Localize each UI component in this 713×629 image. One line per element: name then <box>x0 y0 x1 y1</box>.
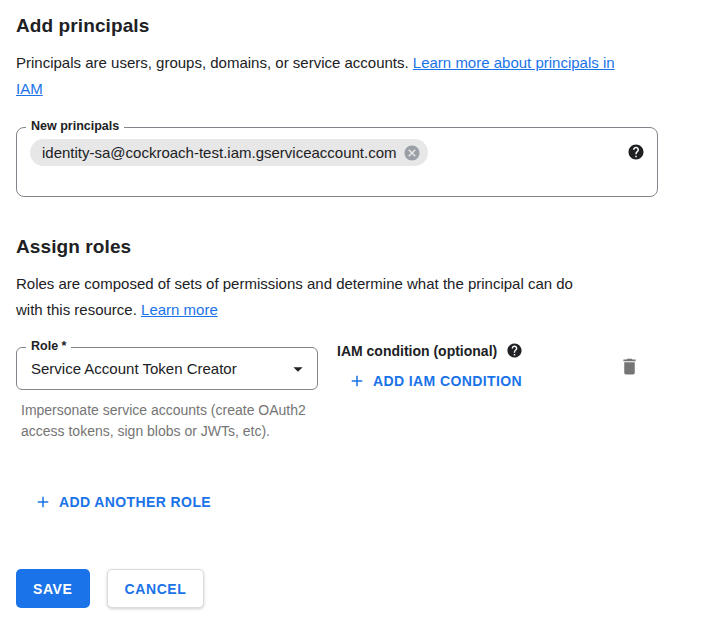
assign-roles-title: Assign roles <box>16 236 131 258</box>
principal-chip: identity-sa@cockroach-test.iam.gservicea… <box>30 139 428 166</box>
roles-description: Roles are composed of sets of permission… <box>16 271 588 323</box>
iam-condition-label: IAM condition (optional) <box>337 343 497 359</box>
footer-actions: SAVE CANCEL <box>16 569 204 608</box>
plus-icon <box>34 493 52 511</box>
add-another-role-button[interactable]: ADD ANOTHER ROLE <box>34 493 211 511</box>
role-selected-value: Service Account Token Creator <box>31 360 237 377</box>
learn-more-roles-link[interactable]: Learn more <box>141 301 218 318</box>
delete-role-button[interactable] <box>619 354 643 378</box>
role-helper-text: Impersonate service accounts (create OAu… <box>21 400 313 441</box>
trash-icon <box>619 356 643 377</box>
role-label: Role * <box>26 339 71 353</box>
add-iam-condition-label: ADD IAM CONDITION <box>373 373 522 389</box>
page-title: Add principals <box>16 15 149 37</box>
iam-condition-section: IAM condition (optional) ADD IAM CONDITI… <box>337 342 523 394</box>
chevron-down-icon <box>287 358 309 380</box>
principals-description: Principals are users, groups, domains, o… <box>16 50 621 102</box>
cancel-button[interactable]: CANCEL <box>107 569 205 608</box>
save-button[interactable]: SAVE <box>16 569 90 608</box>
add-another-role-label: ADD ANOTHER ROLE <box>59 494 211 510</box>
new-principals-label: New principals <box>26 119 124 133</box>
new-principals-help-icon[interactable] <box>627 143 645 161</box>
new-principals-field[interactable]: New principals identity-sa@cockroach-tes… <box>16 127 658 197</box>
add-iam-condition-button[interactable]: ADD IAM CONDITION <box>348 372 522 390</box>
plus-icon <box>348 372 366 390</box>
iam-condition-help-icon[interactable] <box>506 342 523 359</box>
principals-description-text: Principals are users, groups, domains, o… <box>16 54 413 71</box>
roles-description-text: Roles are composed of sets of permission… <box>16 275 573 318</box>
principal-chip-text: identity-sa@cockroach-test.iam.gservicea… <box>42 144 397 161</box>
add-principals-panel: Add principals Principals are users, gro… <box>0 0 713 629</box>
chip-remove-icon[interactable] <box>403 144 421 162</box>
role-select[interactable]: Role * Service Account Token Creator <box>16 347 318 390</box>
